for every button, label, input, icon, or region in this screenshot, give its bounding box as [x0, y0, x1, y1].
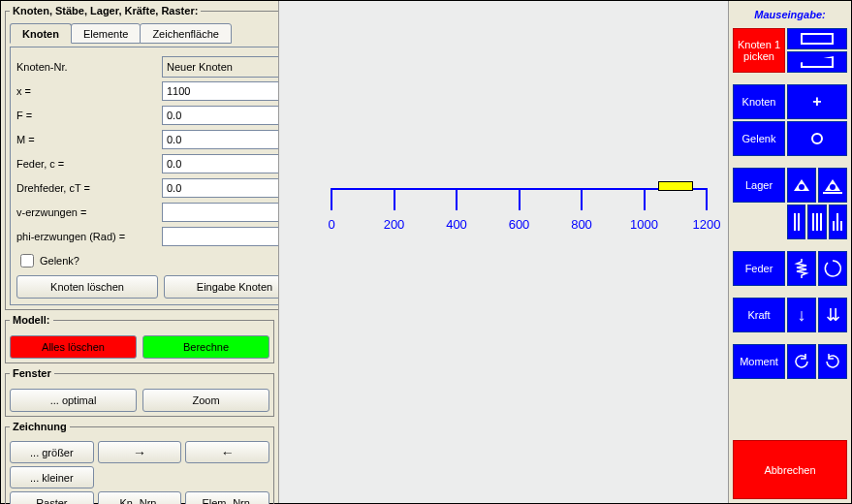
- axis-tick: [519, 188, 521, 210]
- moment-tool-label: Moment: [733, 344, 785, 379]
- axis-tick-label: 1200: [693, 217, 721, 232]
- shape-wedge-button[interactable]: [787, 51, 847, 73]
- shape-rect-button[interactable]: [787, 28, 847, 49]
- axis-tick: [644, 188, 646, 210]
- spring-tool-label: Feder: [733, 251, 785, 286]
- selected-node-marker[interactable]: [658, 181, 693, 191]
- clamped-icon: [794, 213, 800, 231]
- main-group-title: Knoten, Stäbe, Lager, Kräfte, Raster:: [10, 5, 201, 16]
- zeichnung-title: Zeichnung: [10, 421, 70, 432]
- moment-ccw-button[interactable]: [787, 344, 816, 379]
- x-label: x =: [16, 85, 162, 97]
- ct-label: Drehfeder, cT =: [16, 182, 162, 194]
- axis-tick: [581, 188, 583, 210]
- axis-tick-label: 800: [571, 217, 592, 232]
- pick-node-button[interactable]: Knoten 1 picken: [733, 28, 785, 73]
- tab-zeichenflaeche[interactable]: Zeichenfläche: [140, 23, 232, 44]
- m-label: M =: [16, 134, 162, 145]
- force-icon: [798, 305, 806, 326]
- displacement-icon: [833, 213, 842, 231]
- cancel-button[interactable]: Abbrechen: [733, 440, 847, 499]
- c-label: Feder, c =: [16, 158, 162, 170]
- axis-tick: [394, 188, 395, 210]
- element-numbers-button[interactable]: Elem.-Nrn.: [185, 491, 269, 504]
- pin-support-icon: [794, 179, 809, 191]
- axis-tick-label: 1000: [630, 217, 658, 232]
- zeichnung-group: Zeichnung ... größer ... kleiner Raster …: [5, 421, 274, 504]
- hinge-tool-label: Gelenk: [733, 121, 785, 156]
- support-clamped-button[interactable]: [787, 205, 805, 239]
- support-fixed-button[interactable]: [787, 168, 816, 203]
- support-disp-button[interactable]: [829, 205, 847, 239]
- support-roller-button[interactable]: [818, 168, 847, 203]
- zoom-button[interactable]: Zoom: [142, 389, 269, 412]
- moment-cw-button[interactable]: [818, 344, 847, 379]
- ccw-icon: [792, 352, 811, 371]
- phi-label: phi-erzwungen (Rad) =: [16, 231, 162, 242]
- mouse-input-title: Mauseingabe:: [733, 5, 847, 26]
- spring-icon: [794, 259, 809, 278]
- modell-group: Modell: Alles löschen Berechne: [5, 314, 274, 363]
- optimal-button[interactable]: ... optimal: [10, 389, 137, 412]
- support-tool-label: Lager: [733, 168, 785, 203]
- node-nr-combo-text: Neuer Knoten: [167, 61, 233, 73]
- axis-tick: [331, 188, 332, 210]
- support-guided-button[interactable]: [807, 205, 826, 239]
- clear-all-button[interactable]: Alles löschen: [10, 335, 137, 359]
- gelenk-checkbox[interactable]: [20, 254, 34, 268]
- axis-tick-label: 0: [328, 217, 334, 232]
- tab-knoten[interactable]: Knoten: [10, 23, 72, 44]
- drawing-canvas[interactable]: 020040060080010001200: [278, 1, 729, 503]
- axis-tick-label: 600: [509, 217, 530, 232]
- axis-tick: [456, 188, 458, 210]
- fenster-title: Fenster: [10, 367, 54, 379]
- dist-force-icon: [826, 304, 840, 326]
- vz-label: v-erzwungen =: [16, 206, 162, 218]
- move-left-button[interactable]: [185, 441, 269, 463]
- plus-icon: [812, 93, 821, 110]
- force-single-button[interactable]: [787, 298, 816, 332]
- f-label: F =: [16, 110, 162, 121]
- cw-icon: [823, 352, 842, 371]
- axis-tick-label: 200: [384, 217, 405, 232]
- wedge-icon: [801, 56, 834, 68]
- roller-support-icon: [825, 179, 840, 191]
- force-tool-label: Kraft: [733, 298, 785, 332]
- bigger-button[interactable]: ... größer: [10, 441, 94, 463]
- add-node-button[interactable]: [787, 84, 847, 119]
- fenster-group: Fenster ... optimal Zoom: [5, 367, 274, 417]
- smaller-button[interactable]: ... kleiner: [10, 466, 94, 488]
- gelenk-checkbox-label: Gelenk?: [40, 255, 79, 267]
- guided-icon: [812, 213, 822, 231]
- node-tool-label: Knoten: [733, 84, 785, 119]
- tab-page-knoten: Knoten-Nr. Neuer Knoten ▼ x = F = M = Fe…: [10, 47, 312, 305]
- modell-title: Modell:: [10, 314, 53, 326]
- axis-tick: [706, 188, 708, 210]
- tabs: Knoten Elemente Zeichenfläche: [10, 22, 312, 43]
- main-group: Knoten, Stäbe, Lager, Kräfte, Raster: Kn…: [5, 5, 317, 310]
- add-hinge-button[interactable]: [787, 121, 847, 156]
- calculate-button[interactable]: Berechne: [142, 335, 269, 359]
- axis-tick-label: 400: [446, 217, 467, 232]
- spring-linear-button[interactable]: [787, 251, 816, 286]
- right-toolbar: Mauseingabe: Knoten 1 picken Knoten Gele…: [729, 1, 851, 503]
- spring-rot-button[interactable]: [818, 251, 847, 286]
- left-panel: Knoten, Stäbe, Lager, Kräfte, Raster: Kn…: [1, 1, 278, 503]
- tab-elemente[interactable]: Elemente: [71, 23, 141, 44]
- move-right-button[interactable]: [98, 441, 182, 463]
- raster-button[interactable]: Raster: [10, 491, 94, 504]
- node-nr-label: Knoten-Nr.: [16, 61, 162, 73]
- rot-spring-icon: [823, 259, 842, 278]
- node-numbers-button[interactable]: Kn.-Nrn.: [98, 491, 182, 504]
- ring-icon: [811, 133, 823, 144]
- force-dist-button[interactable]: [818, 298, 847, 332]
- rectangle-icon: [801, 33, 834, 45]
- delete-node-button[interactable]: Knoten löschen: [16, 275, 158, 299]
